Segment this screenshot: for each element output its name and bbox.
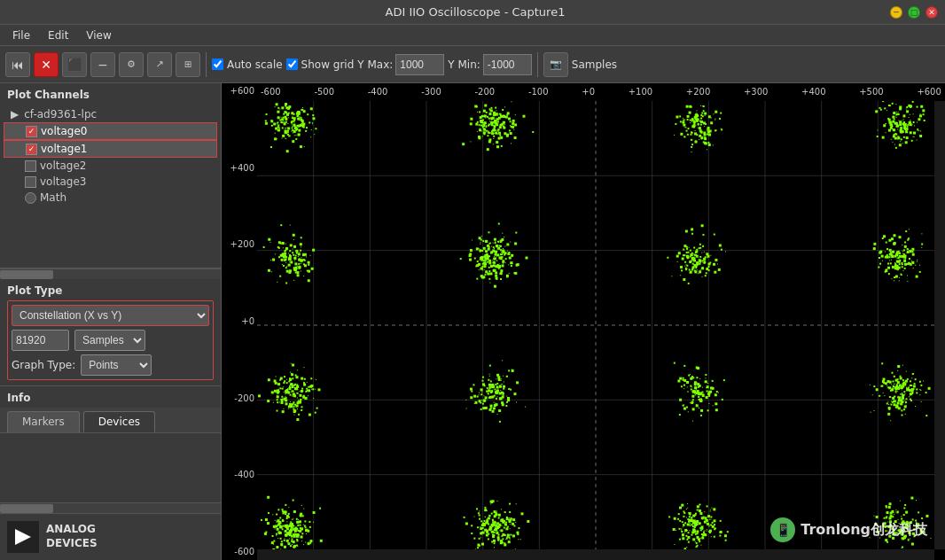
info-tabs: Markers Devices (0, 408, 221, 433)
graph-type-row: Graph Type: Points Lines Steps (12, 354, 209, 376)
left-bottom-scrollbar[interactable] (0, 502, 221, 513)
y-label-0: +600 (222, 87, 257, 96)
x-label-7: +100 (629, 88, 652, 97)
voltage3-label: voltage3 (40, 175, 86, 188)
tab-markers[interactable]: Markers (7, 411, 80, 432)
bottom-scrollbar-plot[interactable] (257, 549, 934, 560)
tree-item-voltage1[interactable]: ✓ voltage1 (4, 140, 217, 158)
settings-button[interactable]: ⚙ (119, 52, 144, 77)
ymax-group: Y Max: (357, 54, 444, 75)
left-bottom-thumb[interactable] (0, 504, 53, 513)
info-section: Info Markers Devices (0, 386, 221, 502)
tab-devices[interactable]: Devices (83, 411, 155, 432)
x-axis: -600 -500 -400 -300 -200 -100 +0 +100 +2… (257, 83, 945, 101)
plot-area: -600 -500 -400 -300 -200 -100 +0 +100 +2… (222, 83, 945, 560)
analog-devices-logo-icon (7, 521, 39, 553)
tree-item-voltage3[interactable]: voltage3 (4, 174, 217, 190)
export-button[interactable]: ↗ (147, 52, 172, 77)
logo-line2: DEVICES (46, 537, 98, 551)
x-label-0: -600 (261, 88, 281, 97)
menu-view[interactable]: View (77, 27, 120, 43)
tree-root: ▶ cf-ad9361-lpc (4, 106, 217, 122)
voltage3-checkbox[interactable] (25, 176, 36, 188)
tree-item-voltage2[interactable]: voltage2 (4, 158, 217, 174)
ymax-label: Y Max: (357, 58, 393, 71)
x-label-4: -200 (475, 88, 496, 97)
x-label-9: +300 (744, 88, 768, 97)
watermark-icon: 📱 (770, 517, 795, 542)
separator2 (537, 52, 538, 77)
title-bar: ADI IIO Oscilloscope - Capture1 ─ □ ✕ (0, 0, 945, 25)
main-layout: Plot Channels ▶ cf-ad9361-lpc ✓ voltage0… (0, 83, 945, 560)
samples-unit-select[interactable]: Samples (74, 330, 145, 351)
toolbar: ⏮ ✕ ⬛ − ⚙ ↗ ⊞ Auto scale Show grid Y Max… (0, 46, 945, 83)
y-label-6: -600 (222, 548, 257, 556)
close-button[interactable]: ✕ (925, 6, 938, 19)
y-label-4: -200 (222, 394, 257, 403)
y-label-2: +200 (222, 240, 257, 249)
autoscale-checkbox[interactable] (212, 58, 223, 70)
voltage2-label: voltage2 (40, 159, 86, 172)
x-label-12: +600 (917, 88, 941, 97)
x-label-2: -400 (368, 88, 388, 97)
y-label-1: +400 (222, 164, 257, 173)
math-checkbox[interactable] (25, 192, 36, 204)
samples-label: Samples (572, 58, 617, 71)
x-label-6: +0 (582, 88, 595, 97)
scrollbar-thumb[interactable] (0, 270, 53, 279)
graph-type-select[interactable]: Points Lines Steps (81, 354, 152, 376)
ymin-label: Y Min: (448, 58, 480, 71)
expand-icon: ▶ (11, 108, 19, 121)
ymax-input[interactable] (395, 54, 444, 75)
watermark-text: Tronlong创龙科技 (801, 521, 927, 540)
plot-type-bordered: Constellation (X vs Y) Time Domain Frequ… (7, 300, 214, 380)
plot-type-title: Plot Type (7, 284, 214, 300)
graph-type-label: Graph Type: (12, 359, 75, 371)
maximize-button[interactable]: □ (908, 6, 920, 19)
plot-type-section: Plot Type Constellation (X vs Y) Time Do… (0, 279, 221, 386)
showgrid-group: Show grid (286, 58, 355, 71)
stop-button[interactable]: ✕ (34, 52, 59, 77)
voltage2-checkbox[interactable] (25, 160, 36, 172)
x-label-10: +400 (801, 88, 825, 97)
showgrid-checkbox[interactable] (286, 58, 298, 70)
window-title: ADI IIO Oscilloscope - Capture1 (60, 5, 890, 19)
x-label-8: +200 (686, 88, 710, 97)
left-panel: Plot Channels ▶ cf-ad9361-lpc ✓ voltage0… (0, 83, 222, 560)
logo-area: ANALOG DEVICES (0, 513, 221, 560)
info-content (0, 433, 221, 502)
minimize-button[interactable]: ─ (890, 6, 902, 19)
x-label-1: -500 (314, 88, 334, 97)
menu-edit[interactable]: Edit (39, 27, 77, 43)
camera-button[interactable]: 📷 (543, 52, 568, 77)
tree-item-math[interactable]: Math (4, 190, 217, 206)
info-title: Info (0, 386, 221, 408)
root-label: cf-ad9361-lpc (24, 108, 97, 121)
window-controls: ─ □ ✕ (890, 6, 938, 19)
plot-type-select[interactable]: Constellation (X vs Y) Time Domain Frequ… (12, 305, 209, 326)
channel-scrollbar-h[interactable] (0, 268, 221, 279)
autoscale-group: Auto scale (212, 58, 283, 71)
record-button[interactable]: ⬛ (62, 52, 87, 77)
plot-channels-title: Plot Channels (0, 83, 221, 105)
separator1 (206, 52, 207, 77)
grid-button[interactable]: ⊞ (176, 52, 200, 77)
voltage0-checkbox[interactable]: ✓ (26, 126, 37, 137)
samples-spinbox[interactable] (12, 330, 69, 351)
menu-file[interactable]: File (4, 27, 39, 43)
x-label-3: -300 (421, 88, 441, 97)
skip-start-button[interactable]: ⏮ (5, 52, 30, 77)
channel-scroll: ▶ cf-ad9361-lpc ✓ voltage0 ✓ voltage1 vo… (0, 105, 221, 268)
minus-button[interactable]: − (90, 52, 115, 77)
logo-text: ANALOG DEVICES (46, 523, 98, 550)
autoscale-label: Auto scale (227, 58, 283, 71)
plot-canvas (257, 101, 934, 549)
math-label: Math (40, 191, 66, 204)
showgrid-label: Show grid (301, 58, 355, 71)
voltage1-checkbox[interactable]: ✓ (26, 144, 37, 155)
right-scrollbar[interactable] (934, 101, 945, 549)
ymin-input[interactable] (483, 54, 532, 75)
y-label-5: -400 (222, 471, 257, 479)
tree-item-voltage0[interactable]: ✓ voltage0 (4, 122, 217, 140)
y-axis: +600 +400 +200 +0 -200 -400 -600 (222, 83, 257, 560)
